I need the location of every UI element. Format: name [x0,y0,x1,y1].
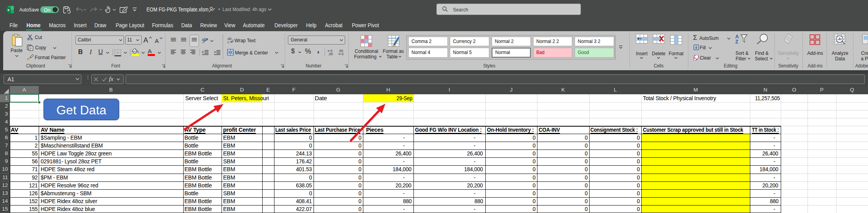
svg-text:ab: ab [202,37,207,42]
svg-text:0: 0 [342,52,344,56]
svg-text:.00: .00 [328,52,333,56]
svg-text:c: c [227,40,229,44]
svg-text:x: x [8,7,10,12]
svg-text:Z: Z [735,39,738,44]
svg-text:A: A [735,34,739,39]
